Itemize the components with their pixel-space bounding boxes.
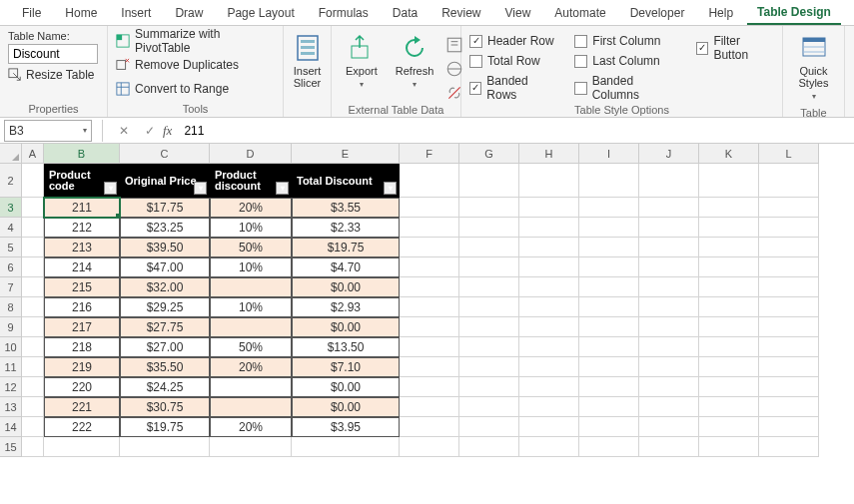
checkbox-banded-rows[interactable]: Banded Rows bbox=[469, 74, 556, 102]
col-header-B[interactable]: B bbox=[44, 144, 120, 164]
cell[interactable] bbox=[699, 164, 759, 198]
row-header[interactable]: 14 bbox=[0, 417, 22, 437]
row-header[interactable]: 5 bbox=[0, 238, 22, 257]
row-header[interactable]: 12 bbox=[0, 377, 22, 397]
cell[interactable] bbox=[579, 257, 639, 277]
cell[interactable]: $13.50 bbox=[292, 337, 400, 357]
cell[interactable]: 10% bbox=[210, 218, 292, 238]
cell[interactable] bbox=[579, 417, 639, 437]
cell[interactable]: 215 bbox=[44, 277, 120, 297]
cell[interactable] bbox=[639, 297, 699, 317]
cell[interactable]: $29.25 bbox=[120, 297, 210, 317]
col-header-A[interactable]: A bbox=[22, 144, 44, 164]
cell[interactable] bbox=[22, 297, 44, 317]
cell[interactable] bbox=[519, 218, 579, 238]
cell[interactable] bbox=[22, 218, 44, 238]
cell[interactable] bbox=[579, 198, 639, 218]
cell[interactable]: 211 bbox=[44, 198, 120, 218]
cell[interactable] bbox=[699, 417, 759, 437]
cell[interactable] bbox=[579, 297, 639, 317]
cell[interactable]: $47.00 bbox=[120, 257, 210, 277]
col-header-C[interactable]: C bbox=[120, 144, 210, 164]
cell[interactable] bbox=[699, 377, 759, 397]
cell[interactable] bbox=[519, 198, 579, 218]
cell[interactable] bbox=[699, 218, 759, 238]
cell[interactable]: 218 bbox=[44, 337, 120, 357]
enter-icon[interactable]: ✓ bbox=[141, 122, 159, 140]
tab-home[interactable]: Home bbox=[55, 2, 107, 24]
cell[interactable]: $27.00 bbox=[120, 337, 210, 357]
cell[interactable]: $17.75 bbox=[120, 198, 210, 218]
cell[interactable] bbox=[639, 164, 699, 198]
cell[interactable] bbox=[579, 437, 639, 457]
cell[interactable]: 10% bbox=[210, 257, 292, 277]
row-header[interactable]: 7 bbox=[0, 277, 22, 297]
cell[interactable] bbox=[759, 337, 819, 357]
cell[interactable] bbox=[579, 317, 639, 337]
cell[interactable]: 10% bbox=[210, 297, 292, 317]
cell[interactable]: $0.00 bbox=[292, 397, 400, 417]
cell[interactable] bbox=[22, 257, 44, 277]
cell[interactable]: $4.70 bbox=[292, 257, 400, 277]
cell[interactable] bbox=[519, 317, 579, 337]
cell[interactable] bbox=[22, 377, 44, 397]
checkbox-header-row[interactable]: Header Row bbox=[469, 34, 556, 48]
cell[interactable] bbox=[519, 277, 579, 297]
cell[interactable] bbox=[459, 377, 519, 397]
summarize-pivot-button[interactable]: Summarize with PivotTable bbox=[116, 30, 275, 52]
cell[interactable]: $19.75 bbox=[120, 417, 210, 437]
cell[interactable]: $3.95 bbox=[292, 417, 400, 437]
cell[interactable] bbox=[400, 164, 459, 198]
tab-draw[interactable]: Draw bbox=[165, 2, 213, 24]
cell[interactable] bbox=[639, 218, 699, 238]
cell[interactable]: 50% bbox=[210, 337, 292, 357]
export-button[interactable]: Export▾ bbox=[340, 30, 384, 95]
cell[interactable] bbox=[579, 397, 639, 417]
cell[interactable] bbox=[400, 397, 459, 417]
cell[interactable]: $0.00 bbox=[292, 317, 400, 337]
cell[interactable] bbox=[459, 164, 519, 198]
cell[interactable] bbox=[759, 164, 819, 198]
cell[interactable] bbox=[22, 397, 44, 417]
cell[interactable] bbox=[459, 238, 519, 257]
cell[interactable] bbox=[579, 238, 639, 257]
cell[interactable] bbox=[759, 397, 819, 417]
cell[interactable] bbox=[120, 437, 210, 457]
cell[interactable]: $23.25 bbox=[120, 218, 210, 238]
cell[interactable] bbox=[579, 277, 639, 297]
cell[interactable] bbox=[210, 397, 292, 417]
cell[interactable] bbox=[400, 198, 459, 218]
cell[interactable] bbox=[699, 198, 759, 218]
cell[interactable]: 20% bbox=[210, 417, 292, 437]
remove-duplicates-button[interactable]: Remove Duplicates bbox=[116, 54, 275, 76]
cell[interactable]: 212 bbox=[44, 218, 120, 238]
cell[interactable] bbox=[519, 257, 579, 277]
tab-view[interactable]: View bbox=[495, 2, 541, 24]
cell[interactable] bbox=[22, 437, 44, 457]
cell[interactable]: 214 bbox=[44, 257, 120, 277]
cell[interactable]: $39.50 bbox=[120, 238, 210, 257]
cell[interactable] bbox=[400, 437, 459, 457]
tab-help[interactable]: Help bbox=[698, 2, 743, 24]
tab-data[interactable]: Data bbox=[383, 2, 427, 24]
cell[interactable]: $19.75 bbox=[292, 238, 400, 257]
cell[interactable] bbox=[759, 437, 819, 457]
cell[interactable] bbox=[400, 377, 459, 397]
checkbox-first-col[interactable]: First Column bbox=[574, 34, 678, 48]
cell[interactable]: $0.00 bbox=[292, 377, 400, 397]
cell[interactable]: $3.55 bbox=[292, 198, 400, 218]
cell[interactable]: $24.25 bbox=[120, 377, 210, 397]
cell[interactable] bbox=[22, 337, 44, 357]
row-header[interactable]: 6 bbox=[0, 257, 22, 277]
cell[interactable] bbox=[459, 417, 519, 437]
cell[interactable] bbox=[519, 437, 579, 457]
cell[interactable] bbox=[699, 397, 759, 417]
cell[interactable] bbox=[759, 317, 819, 337]
cell[interactable] bbox=[400, 238, 459, 257]
cell[interactable] bbox=[459, 337, 519, 357]
cell[interactable] bbox=[400, 337, 459, 357]
col-header-L[interactable]: L bbox=[759, 144, 819, 164]
cancel-icon[interactable]: ✕ bbox=[115, 122, 133, 140]
checkbox-banded-cols[interactable]: Banded Columns bbox=[574, 74, 678, 102]
cell[interactable] bbox=[22, 164, 44, 198]
